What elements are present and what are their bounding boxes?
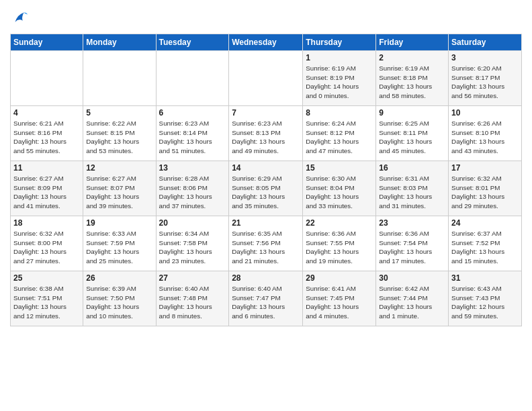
calendar-cell: 28Sunrise: 6:40 AMSunset: 7:47 PMDayligh… bbox=[229, 271, 303, 326]
calendar-cell bbox=[11, 51, 83, 106]
calendar-cell: 23Sunrise: 6:36 AMSunset: 7:54 PMDayligh… bbox=[376, 216, 449, 271]
page-container: SundayMondayTuesdayWednesdayThursdayFrid… bbox=[0, 0, 532, 330]
day-number: 24 bbox=[451, 218, 519, 228]
day-number: 5 bbox=[86, 108, 152, 118]
day-info: Sunrise: 6:43 AMSunset: 7:43 PMDaylight:… bbox=[451, 284, 519, 321]
calendar-cell: 10Sunrise: 6:26 AMSunset: 8:10 PMDayligh… bbox=[449, 106, 522, 161]
day-number: 10 bbox=[451, 108, 519, 118]
day-number: 19 bbox=[86, 218, 152, 228]
calendar-header-row: SundayMondayTuesdayWednesdayThursdayFrid… bbox=[11, 34, 522, 51]
day-number: 3 bbox=[451, 53, 519, 62]
calendar-cell: 17Sunrise: 6:32 AMSunset: 8:01 PMDayligh… bbox=[449, 161, 522, 216]
calendar-header-cell: Sunday bbox=[11, 34, 83, 51]
day-info: Sunrise: 6:31 AMSunset: 8:03 PMDaylight:… bbox=[379, 174, 445, 211]
day-number: 13 bbox=[159, 163, 226, 173]
day-info: Sunrise: 6:41 AMSunset: 7:45 PMDaylight:… bbox=[306, 284, 373, 321]
calendar-cell: 15Sunrise: 6:30 AMSunset: 8:04 PMDayligh… bbox=[303, 161, 376, 216]
logo-icon bbox=[10, 9, 29, 28]
calendar-cell: 2Sunrise: 6:19 AMSunset: 8:18 PMDaylight… bbox=[376, 51, 449, 106]
day-number: 12 bbox=[86, 163, 152, 173]
calendar-cell: 31Sunrise: 6:43 AMSunset: 7:43 PMDayligh… bbox=[449, 271, 522, 326]
calendar-cell: 1Sunrise: 6:19 AMSunset: 8:19 PMDaylight… bbox=[303, 51, 376, 106]
calendar-week-row: 4Sunrise: 6:21 AMSunset: 8:16 PMDaylight… bbox=[11, 106, 522, 161]
day-info: Sunrise: 6:33 AMSunset: 7:59 PMDaylight:… bbox=[86, 229, 152, 266]
day-info: Sunrise: 6:23 AMSunset: 8:14 PMDaylight:… bbox=[159, 119, 226, 156]
day-info: Sunrise: 6:20 AMSunset: 8:17 PMDaylight:… bbox=[451, 64, 519, 101]
calendar-cell: 22Sunrise: 6:36 AMSunset: 7:55 PMDayligh… bbox=[303, 216, 376, 271]
calendar-cell: 11Sunrise: 6:27 AMSunset: 8:09 PMDayligh… bbox=[11, 161, 83, 216]
day-number: 26 bbox=[86, 273, 152, 283]
day-number: 31 bbox=[451, 273, 519, 283]
calendar-cell: 3Sunrise: 6:20 AMSunset: 8:17 PMDaylight… bbox=[449, 51, 522, 106]
day-number: 18 bbox=[13, 218, 80, 228]
calendar-cell: 25Sunrise: 6:38 AMSunset: 7:51 PMDayligh… bbox=[11, 271, 83, 326]
day-info: Sunrise: 6:42 AMSunset: 7:44 PMDaylight:… bbox=[379, 284, 445, 321]
calendar-header-cell: Friday bbox=[376, 34, 449, 51]
calendar-cell: 6Sunrise: 6:23 AMSunset: 8:14 PMDaylight… bbox=[156, 106, 229, 161]
day-info: Sunrise: 6:36 AMSunset: 7:54 PMDaylight:… bbox=[379, 229, 445, 266]
day-info: Sunrise: 6:28 AMSunset: 8:06 PMDaylight:… bbox=[159, 174, 226, 211]
page-header bbox=[10, 7, 522, 28]
calendar-cell: 19Sunrise: 6:33 AMSunset: 7:59 PMDayligh… bbox=[83, 216, 156, 271]
day-info: Sunrise: 6:40 AMSunset: 7:47 PMDaylight:… bbox=[232, 284, 300, 321]
day-number: 8 bbox=[306, 108, 373, 118]
day-info: Sunrise: 6:25 AMSunset: 8:11 PMDaylight:… bbox=[379, 119, 445, 156]
day-info: Sunrise: 6:39 AMSunset: 7:50 PMDaylight:… bbox=[86, 284, 152, 321]
day-number: 20 bbox=[159, 218, 226, 228]
day-number: 17 bbox=[451, 163, 519, 173]
calendar-cell: 5Sunrise: 6:22 AMSunset: 8:15 PMDaylight… bbox=[83, 106, 156, 161]
day-info: Sunrise: 6:24 AMSunset: 8:12 PMDaylight:… bbox=[306, 119, 373, 156]
calendar-week-row: 25Sunrise: 6:38 AMSunset: 7:51 PMDayligh… bbox=[11, 271, 522, 326]
day-number: 21 bbox=[232, 218, 300, 228]
day-number: 7 bbox=[232, 108, 300, 118]
calendar-cell bbox=[83, 51, 156, 106]
day-number: 2 bbox=[379, 53, 445, 62]
calendar-cell: 26Sunrise: 6:39 AMSunset: 7:50 PMDayligh… bbox=[83, 271, 156, 326]
day-info: Sunrise: 6:26 AMSunset: 8:10 PMDaylight:… bbox=[451, 119, 519, 156]
calendar-header-cell: Thursday bbox=[303, 34, 376, 51]
calendar-week-row: 18Sunrise: 6:32 AMSunset: 8:00 PMDayligh… bbox=[11, 216, 522, 271]
day-info: Sunrise: 6:34 AMSunset: 7:58 PMDaylight:… bbox=[159, 229, 226, 266]
day-info: Sunrise: 6:27 AMSunset: 8:07 PMDaylight:… bbox=[86, 174, 152, 211]
day-info: Sunrise: 6:22 AMSunset: 8:15 PMDaylight:… bbox=[86, 119, 152, 156]
calendar-cell: 18Sunrise: 6:32 AMSunset: 8:00 PMDayligh… bbox=[11, 216, 83, 271]
day-info: Sunrise: 6:19 AMSunset: 8:19 PMDaylight:… bbox=[306, 64, 373, 101]
calendar-cell: 16Sunrise: 6:31 AMSunset: 8:03 PMDayligh… bbox=[376, 161, 449, 216]
calendar-cell: 29Sunrise: 6:41 AMSunset: 7:45 PMDayligh… bbox=[303, 271, 376, 326]
calendar-cell: 7Sunrise: 6:23 AMSunset: 8:13 PMDaylight… bbox=[229, 106, 303, 161]
day-info: Sunrise: 6:40 AMSunset: 7:48 PMDaylight:… bbox=[159, 284, 226, 321]
day-number: 29 bbox=[306, 273, 373, 283]
calendar-body: 1Sunrise: 6:19 AMSunset: 8:19 PMDaylight… bbox=[11, 51, 522, 326]
calendar-header-cell: Monday bbox=[83, 34, 156, 51]
calendar-cell: 30Sunrise: 6:42 AMSunset: 7:44 PMDayligh… bbox=[376, 271, 449, 326]
day-info: Sunrise: 6:30 AMSunset: 8:04 PMDaylight:… bbox=[306, 174, 373, 211]
calendar-cell: 12Sunrise: 6:27 AMSunset: 8:07 PMDayligh… bbox=[83, 161, 156, 216]
calendar-header-cell: Tuesday bbox=[156, 34, 229, 51]
calendar-header-cell: Saturday bbox=[449, 34, 522, 51]
day-info: Sunrise: 6:29 AMSunset: 8:05 PMDaylight:… bbox=[232, 174, 300, 211]
day-number: 14 bbox=[232, 163, 300, 173]
day-info: Sunrise: 6:27 AMSunset: 8:09 PMDaylight:… bbox=[13, 174, 80, 211]
calendar-cell: 13Sunrise: 6:28 AMSunset: 8:06 PMDayligh… bbox=[156, 161, 229, 216]
calendar-cell: 9Sunrise: 6:25 AMSunset: 8:11 PMDaylight… bbox=[376, 106, 449, 161]
day-info: Sunrise: 6:35 AMSunset: 7:56 PMDaylight:… bbox=[232, 229, 300, 266]
calendar-cell: 8Sunrise: 6:24 AMSunset: 8:12 PMDaylight… bbox=[303, 106, 376, 161]
day-number: 6 bbox=[159, 108, 226, 118]
calendar-header-cell: Wednesday bbox=[229, 34, 303, 51]
calendar-week-row: 11Sunrise: 6:27 AMSunset: 8:09 PMDayligh… bbox=[11, 161, 522, 216]
day-info: Sunrise: 6:32 AMSunset: 8:01 PMDaylight:… bbox=[451, 174, 519, 211]
calendar-cell bbox=[229, 51, 303, 106]
day-info: Sunrise: 6:37 AMSunset: 7:52 PMDaylight:… bbox=[451, 229, 519, 266]
calendar-cell bbox=[156, 51, 229, 106]
logo bbox=[10, 9, 32, 28]
day-number: 1 bbox=[306, 53, 373, 62]
day-number: 25 bbox=[13, 273, 80, 283]
calendar-week-row: 1Sunrise: 6:19 AMSunset: 8:19 PMDaylight… bbox=[11, 51, 522, 106]
day-number: 28 bbox=[232, 273, 300, 283]
day-info: Sunrise: 6:32 AMSunset: 8:00 PMDaylight:… bbox=[13, 229, 80, 266]
day-number: 30 bbox=[379, 273, 445, 283]
calendar-cell: 20Sunrise: 6:34 AMSunset: 7:58 PMDayligh… bbox=[156, 216, 229, 271]
day-info: Sunrise: 6:19 AMSunset: 8:18 PMDaylight:… bbox=[379, 64, 445, 101]
day-number: 4 bbox=[13, 108, 80, 118]
calendar-cell: 21Sunrise: 6:35 AMSunset: 7:56 PMDayligh… bbox=[229, 216, 303, 271]
